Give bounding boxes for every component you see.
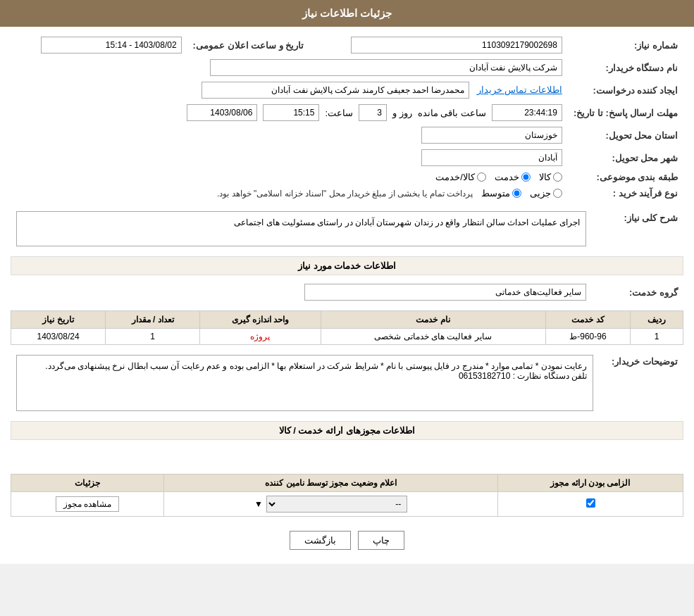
reply-date-input[interactable] xyxy=(187,104,257,121)
reply-deadline-label: مهلت ارسال پاسخ: تا تاریخ: xyxy=(568,101,683,124)
creator-label: ایجاد کننده درخواست: xyxy=(568,79,683,101)
reply-time-input[interactable] xyxy=(263,104,319,121)
reply-remaining-input[interactable] xyxy=(492,104,562,121)
permit-col-status: اعلام وضعیت مجوز توسط نامین کننده xyxy=(164,474,498,492)
buyer-notes-box: رعایت نمودن * تمامی موارد * مندرج در فای… xyxy=(16,355,593,411)
cell-code: 960-96-ط xyxy=(545,329,631,345)
col-name: نام خدمت xyxy=(321,311,545,329)
services-table: ردیف کد خدمت نام خدمت واحد اندازه گیری ت… xyxy=(11,310,683,345)
services-section-title: اطلاعات خدمات مورد نیاز xyxy=(11,256,683,275)
need-number-input[interactable] xyxy=(351,37,562,54)
permit-row: -- ▼ مشاهده مجوز xyxy=(11,492,683,517)
permit-col-required: الزامی بودن ارائه مجوز xyxy=(498,474,683,492)
announce-input[interactable] xyxy=(41,37,182,54)
permits-table: الزامی بودن ارائه مجوز اعلام وضعیت مجوز … xyxy=(11,474,683,517)
reply-days-input[interactable] xyxy=(359,104,387,121)
action-bar: چاپ بازگشت xyxy=(11,524,683,557)
category-kala-khedmat-radio[interactable] xyxy=(477,172,486,182)
category-kala-khedmat-item: کالا/خدمت xyxy=(435,172,486,182)
category-khedmat-radio[interactable] xyxy=(521,172,531,182)
cell-unit: پروژه xyxy=(200,329,321,345)
col-date: تاریخ نیاز xyxy=(11,311,106,329)
purchase-jozi-radio[interactable] xyxy=(553,189,562,198)
permit-required-cell xyxy=(498,492,683,517)
col-row: ردیف xyxy=(631,311,683,329)
permit-col-details: جزئیات xyxy=(11,474,164,492)
city-label: شهر محل تحویل: xyxy=(568,146,683,169)
purchase-type-label: نوع فرآیند خرید : xyxy=(568,185,683,201)
purchase-mota-label: متوسط xyxy=(481,188,510,199)
buyer-notes-label: توضیحات خریدار: xyxy=(599,352,683,414)
permits-section-title: اطلاعات مجوزهای ارائه خدمت / کالا xyxy=(11,421,683,440)
buyer-station-input[interactable] xyxy=(210,59,562,76)
category-khedmat-item: خدمت xyxy=(495,172,531,182)
creator-input[interactable] xyxy=(202,82,469,99)
purchase-jozi-item: جزیی xyxy=(530,188,562,199)
view-permit-button[interactable]: مشاهده مجوز xyxy=(56,496,119,512)
category-kala-radio[interactable] xyxy=(553,172,562,182)
category-label: طبقه بندی موضوعی: xyxy=(568,169,683,185)
purchase-mota-item: متوسط xyxy=(481,188,521,199)
purchase-jozi-label: جزیی xyxy=(530,188,551,199)
page-header: جزئیات اطلاعات نیاز xyxy=(0,0,694,27)
service-group-input[interactable] xyxy=(304,284,586,301)
general-desc-box: اجرای عملیات احداث سالن انتظار واقع در ز… xyxy=(16,211,586,246)
print-button[interactable]: چاپ xyxy=(358,531,404,550)
reply-remaining-label: ساعت باقی مانده xyxy=(418,108,486,118)
back-button[interactable]: بازگشت xyxy=(290,531,351,550)
category-kala-item: کالا xyxy=(539,172,562,182)
cell-qty: 1 xyxy=(106,329,200,345)
permit-status-select[interactable]: -- xyxy=(266,496,407,513)
province-input[interactable] xyxy=(421,127,562,144)
reply-days-label: روز و xyxy=(392,108,412,118)
province-label: استان محل تحویل: xyxy=(568,124,683,146)
permit-required-checkbox[interactable] xyxy=(586,498,595,508)
city-input[interactable] xyxy=(421,149,562,166)
category-kala-label: کالا xyxy=(539,172,551,182)
reply-time-label: ساعت: xyxy=(325,108,353,118)
need-number-label: شماره نیاز: xyxy=(568,34,683,56)
permit-status-cell: -- ▼ xyxy=(164,492,498,517)
permit-details-cell: مشاهده مجوز xyxy=(11,492,164,517)
chevron-down-icon: ▼ xyxy=(254,499,263,509)
announce-label: تاریخ و ساعت اعلان عمومی: xyxy=(187,34,310,56)
purchase-mota-radio[interactable] xyxy=(512,189,521,198)
buyer-station-label: نام دستگاه خریدار: xyxy=(568,56,683,79)
table-row: 1 960-96-ط سایر فعالیت های خدماتی شخصی پ… xyxy=(11,329,683,345)
service-group-label: گروه خدمت: xyxy=(592,281,683,303)
cell-name: سایر فعالیت های خدماتی شخصی xyxy=(321,329,545,345)
cell-date: 1403/08/24 xyxy=(11,329,106,345)
category-kala-khedmat-label: کالا/خدمت xyxy=(435,172,475,182)
col-code: کد خدمت xyxy=(545,311,631,329)
page-title: جزئیات اطلاعات نیاز xyxy=(302,7,392,19)
col-qty: تعداد / مقدار xyxy=(106,311,200,329)
cell-row: 1 xyxy=(631,329,683,345)
contact-link[interactable]: اطلاعات تماس خریدار xyxy=(477,84,562,95)
col-unit: واحد اندازه گیری xyxy=(200,311,321,329)
general-desc-label: شرح کلی نیاز: xyxy=(592,208,683,249)
purchase-note: پرداخت تمام یا بخشی از مبلغ خریدار محل "… xyxy=(217,189,473,199)
category-khedmat-label: خدمت xyxy=(495,172,519,182)
